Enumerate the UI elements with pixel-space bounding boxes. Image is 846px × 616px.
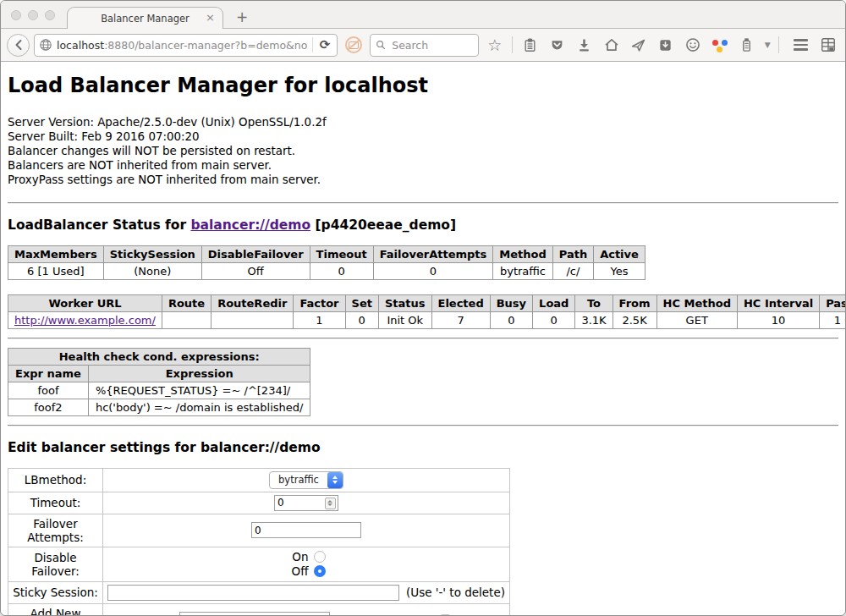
table-header-row: Worker URL Route RouteRedir Factor Set S… bbox=[8, 294, 846, 311]
yellow-dot bbox=[717, 47, 722, 52]
divider bbox=[8, 425, 838, 426]
status-heading-suffix: [p4420eeae_demo] bbox=[310, 217, 456, 233]
table-row: http://www.example.com/ 1 0 Init Ok 7 0 … bbox=[8, 311, 846, 328]
server-version-line: Server Version: Apache/2.5.0-dev (Unix) … bbox=[8, 116, 838, 130]
disable-failover-label: Disable Failover: bbox=[8, 547, 103, 581]
timeout-field-wrap bbox=[274, 495, 338, 511]
add-worker-input[interactable] bbox=[179, 612, 330, 616]
cell-from: 2.5K bbox=[613, 311, 656, 328]
cell-disablefailover: Off bbox=[201, 262, 310, 279]
bookmark-star-icon[interactable]: ☆ bbox=[483, 34, 506, 57]
tab-title: Balancer Manager bbox=[101, 13, 190, 25]
globe-icon bbox=[39, 38, 52, 52]
disable-failover-on-radio[interactable] bbox=[314, 551, 326, 563]
worker-url-link[interactable]: http://www.example.com/ bbox=[14, 314, 156, 327]
lbmethod-select[interactable]: bytraffic bbox=[269, 471, 343, 489]
balancer-demo-link[interactable]: balancer://demo bbox=[190, 217, 310, 233]
divider bbox=[8, 338, 838, 339]
col-timeout: Timeout bbox=[310, 245, 373, 262]
disable-failover-off-radio[interactable] bbox=[314, 565, 326, 577]
table-header-row: Expr name Expression bbox=[8, 365, 310, 382]
window-minimize-button[interactable] bbox=[28, 10, 38, 20]
home-icon[interactable] bbox=[600, 34, 623, 57]
col-passes: Passes bbox=[820, 294, 846, 311]
bookmarks-panel-icon[interactable] bbox=[816, 34, 839, 57]
cell-hc-interval: 10 bbox=[737, 311, 819, 328]
tab-close-icon[interactable]: × bbox=[206, 11, 215, 24]
radio-line-on: On bbox=[107, 550, 505, 564]
sticky-session-input[interactable] bbox=[107, 585, 399, 601]
downloads-icon[interactable] bbox=[573, 34, 596, 57]
chat-smiley-icon[interactable] bbox=[681, 34, 704, 57]
cell-to: 3.1K bbox=[575, 311, 613, 328]
cell-expression: hc('body') =~ /domain is established/ bbox=[88, 399, 310, 415]
tab-balancer-manager[interactable]: Balancer Manager × bbox=[67, 7, 223, 29]
form-row-timeout: Timeout: bbox=[8, 492, 510, 514]
url-text[interactable]: localhost:8880/balancer-manager?b=demo&n… bbox=[57, 39, 308, 52]
number-stepper-icon[interactable] bbox=[325, 498, 336, 509]
edit-balancer-heading: Edit balancer settings for balancer://de… bbox=[8, 440, 838, 455]
toolbar-divider bbox=[512, 36, 513, 53]
content-blocked-icon[interactable] bbox=[345, 36, 362, 53]
col-load: Load bbox=[533, 294, 575, 311]
cell-busy: 0 bbox=[490, 311, 532, 328]
window-zoom-button[interactable] bbox=[45, 10, 55, 20]
url-path: :8880/balancer-manager?b=demo&nonce=decc… bbox=[104, 39, 308, 52]
table-header-row: MaxMembers StickySession DisableFailover… bbox=[8, 245, 645, 262]
table-row: foof %{REQUEST_STATUS} =~ /^[234]/ bbox=[8, 382, 310, 399]
cell-set: 0 bbox=[345, 311, 378, 328]
worker-status-table: Worker URL Route RouteRedir Factor Set S… bbox=[8, 294, 846, 329]
cell-expression: %{REQUEST_STATUS} =~ /^[234]/ bbox=[88, 382, 310, 399]
reading-list-icon[interactable] bbox=[519, 34, 541, 57]
inherit-note-line: Balancers are NOT inherited from main se… bbox=[8, 159, 838, 173]
chevron-down-icon[interactable]: ▼ bbox=[762, 34, 772, 57]
cell-expr-name: foof bbox=[8, 382, 89, 399]
page-title: Load Balancer Manager for localhost bbox=[8, 74, 838, 97]
col-expr-name: Expr name bbox=[8, 365, 89, 382]
col-route: Route bbox=[162, 294, 211, 311]
col-path: Path bbox=[552, 245, 593, 262]
search-bar[interactable] bbox=[370, 34, 479, 57]
cell-timeout: 0 bbox=[310, 262, 373, 279]
col-stickysession: StickySession bbox=[103, 245, 201, 262]
select-stepper-icon bbox=[327, 472, 343, 488]
health-table-title: Health check cond. expressions: bbox=[8, 348, 310, 365]
col-hc-method: HC Method bbox=[656, 294, 737, 311]
new-tab-button[interactable]: + bbox=[236, 8, 248, 25]
pocket-icon[interactable] bbox=[546, 34, 569, 57]
url-domain: localhost bbox=[57, 39, 104, 52]
page-content: Load Balancer Manager for localhost Serv… bbox=[1, 74, 845, 616]
send-tab-icon[interactable] bbox=[627, 34, 650, 57]
cell-active: Yes bbox=[594, 262, 645, 279]
form-row-disable-failover: Disable Failover: On Off bbox=[8, 547, 510, 581]
battery-extension-icon[interactable] bbox=[735, 34, 758, 57]
failover-attempts-input[interactable] bbox=[251, 522, 361, 538]
sticky-session-label: Sticky Session: bbox=[8, 581, 103, 603]
cell-status: Init Ok bbox=[378, 311, 431, 328]
search-input[interactable] bbox=[390, 38, 473, 52]
col-disablefailover: DisableFailover bbox=[201, 245, 310, 262]
col-routeredir: RouteRedir bbox=[212, 294, 294, 311]
timeout-label: Timeout: bbox=[8, 492, 103, 514]
cell-path: /c/ bbox=[552, 262, 593, 279]
back-button[interactable] bbox=[7, 34, 30, 57]
cell-factor: 1 bbox=[294, 311, 345, 328]
search-icon bbox=[376, 39, 386, 51]
col-failoverattempts: FailoverAttempts bbox=[373, 245, 493, 262]
col-method: Method bbox=[493, 245, 552, 262]
col-busy: Busy bbox=[490, 294, 532, 311]
cell-passes: 1 (0) bbox=[820, 311, 846, 328]
color-dots-extension-icon[interactable] bbox=[708, 34, 731, 57]
form-row-failover-attempts: Failover Attempts: bbox=[8, 514, 510, 547]
url-bar[interactable]: localhost:8880/balancer-manager?b=demo&n… bbox=[34, 34, 338, 57]
reload-button[interactable]: ⟳ bbox=[317, 37, 333, 52]
cell-method: bytraffic bbox=[493, 262, 552, 279]
window-close-button[interactable] bbox=[11, 10, 21, 20]
radio-line-off: Off bbox=[107, 564, 505, 579]
col-expression: Expression bbox=[88, 365, 310, 382]
save-to-box-icon[interactable] bbox=[654, 34, 677, 57]
form-row-lbmethod: LBmethod: bytraffic bbox=[8, 468, 510, 492]
menu-hamburger-icon[interactable] bbox=[789, 34, 812, 57]
col-worker-url: Worker URL bbox=[8, 294, 162, 311]
cell-elected: 7 bbox=[431, 311, 490, 328]
